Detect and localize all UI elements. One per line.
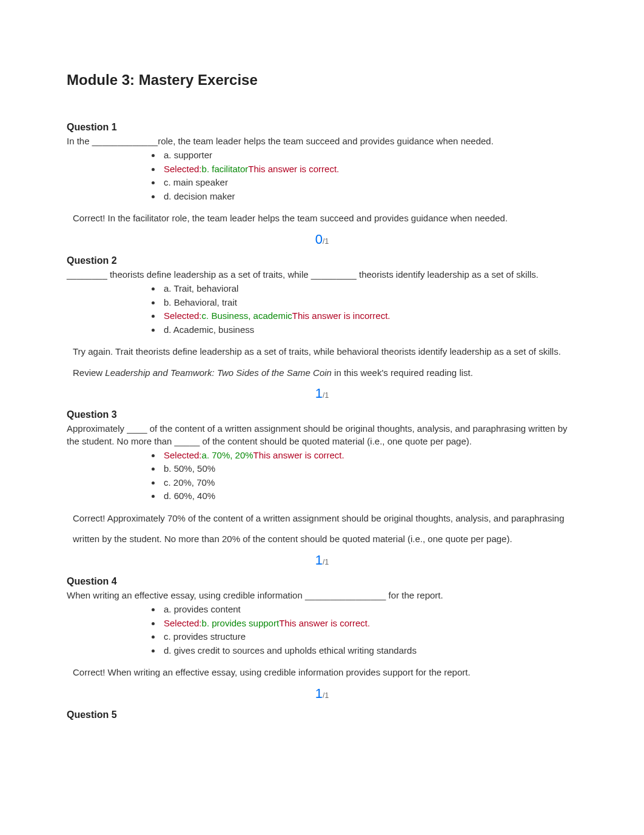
score-denom: /1: [323, 558, 329, 566]
option-label: a. 70%, 20%: [202, 450, 253, 460]
option-label: a. Trait, behavioral: [164, 283, 238, 293]
score-display: 0/1: [67, 230, 577, 249]
selected-prefix: Selected:: [164, 450, 202, 460]
option-label: b. Behavioral, trait: [164, 297, 237, 307]
option-item[interactable]: Selected:a. 70%, 20%This answer is corre…: [161, 449, 577, 463]
score-denom: /1: [323, 391, 329, 400]
score-num: 1: [315, 386, 323, 401]
option-item[interactable]: a. provides content: [161, 603, 577, 617]
page-container: Module 3: Mastery Exercise Question 1In …: [67, 70, 577, 722]
score-denom: /1: [323, 691, 329, 700]
option-label: c. provides structure: [164, 631, 246, 642]
option-label: b. 50%, 50%: [164, 463, 215, 474]
feedback-post: in this week's required reading list.: [332, 367, 473, 378]
question-prompt: In the _____________role, the team leade…: [67, 135, 577, 147]
score-num: 1: [315, 552, 323, 568]
option-label: d. 60%, 40%: [164, 491, 215, 501]
answer-status: This answer is correct.: [248, 164, 339, 174]
question-prompt: ________ theorists define leadership as …: [67, 269, 577, 281]
option-label: c. Business, academic: [202, 310, 292, 321]
option-item[interactable]: a. Trait, behavioral: [161, 282, 577, 296]
question-header: Question 5: [67, 708, 577, 722]
option-label: b. provides support: [202, 618, 280, 628]
option-item[interactable]: b. Behavioral, trait: [161, 296, 577, 310]
option-item[interactable]: Selected:c. Business, academicThis answe…: [161, 309, 577, 323]
selected-prefix: Selected:: [164, 618, 202, 628]
question-header: Question 3: [67, 408, 577, 421]
option-label: a. supporter: [164, 150, 212, 160]
option-list: a. Trait, behavioralb. Behavioral, trait…: [67, 282, 577, 337]
option-label: c. 20%, 70%: [164, 477, 215, 488]
option-label: d. Academic, business: [164, 324, 254, 335]
score-num: 1: [315, 686, 323, 701]
score-num: 0: [315, 232, 323, 247]
answer-status: This answer is correct.: [279, 618, 370, 628]
option-item[interactable]: d. gives credit to sources and upholds e…: [161, 644, 577, 658]
question-block: Question 1In the _____________role, the …: [67, 121, 577, 249]
feedback-text: Try again. Trait theorists define leader…: [73, 341, 571, 383]
question-header: Question 2: [67, 254, 577, 267]
question-block: Question 5: [67, 708, 577, 722]
question-header: Question 1: [67, 121, 577, 134]
question-prompt: Approximately ____ of the content of a w…: [67, 423, 577, 448]
option-label: d. decision maker: [164, 191, 235, 201]
option-item[interactable]: d. decision maker: [161, 190, 577, 204]
option-list: a. supporterSelected:b. facilitatorThis …: [67, 149, 577, 203]
questions-list: Question 1In the _____________role, the …: [67, 121, 577, 722]
option-item[interactable]: d. Academic, business: [161, 323, 577, 337]
option-item[interactable]: c. main speaker: [161, 176, 577, 190]
question-header: Question 4: [67, 575, 577, 588]
score-display: 1/1: [67, 384, 577, 403]
option-item[interactable]: c. provides structure: [161, 630, 577, 644]
question-block: Question 3Approximately ____ of the cont…: [67, 408, 577, 570]
question-prompt: When writing an effective essay, using c…: [67, 589, 577, 602]
answer-status: This answer is incorrect.: [292, 310, 391, 321]
question-block: Question 2________ theorists define lead…: [67, 254, 577, 403]
option-item[interactable]: d. 60%, 40%: [161, 489, 577, 503]
feedback-italic: Leadership and Teamwork: Two Sides of th…: [105, 367, 332, 378]
feedback-text: Correct! In the facilitator role, the te…: [73, 208, 571, 229]
selected-prefix: Selected:: [164, 164, 202, 174]
score-display: 1/1: [67, 551, 577, 570]
answer-status: This answer is correct.: [253, 450, 344, 460]
option-label: c. main speaker: [164, 177, 228, 187]
option-list: Selected:a. 70%, 20%This answer is corre…: [67, 449, 577, 503]
selected-prefix: Selected:: [164, 310, 202, 321]
option-item[interactable]: c. 20%, 70%: [161, 476, 577, 490]
option-item[interactable]: Selected:b. provides supportThis answer …: [161, 617, 577, 631]
page-title: Module 3: Mastery Exercise: [67, 70, 577, 90]
option-label: b. facilitator: [202, 164, 249, 174]
option-item[interactable]: Selected:b. facilitatorThis answer is co…: [161, 163, 577, 176]
feedback-text: Correct! Approximately 70% of the conten…: [73, 508, 571, 550]
option-label: d. gives credit to sources and upholds e…: [164, 645, 417, 656]
option-list: a. provides contentSelected:b. provides …: [67, 603, 577, 657]
score-denom: /1: [323, 237, 329, 246]
score-display: 1/1: [67, 685, 577, 703]
option-label: a. provides content: [164, 604, 241, 614]
question-block: Question 4When writing an effective essa…: [67, 575, 577, 703]
feedback-text: Correct! When writing an effective essay…: [73, 662, 571, 683]
option-item[interactable]: b. 50%, 50%: [161, 462, 577, 476]
option-item[interactable]: a. supporter: [161, 149, 577, 163]
